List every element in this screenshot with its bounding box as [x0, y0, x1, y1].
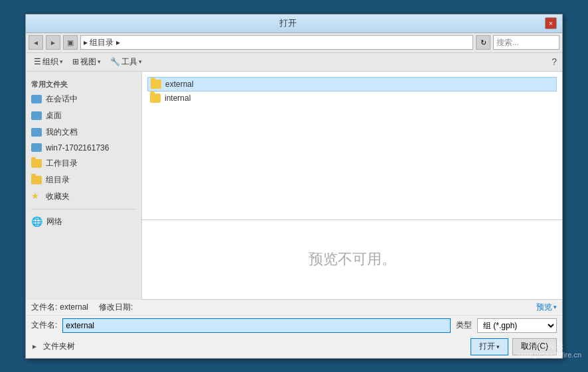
tools-icon: 🔧 [110, 57, 120, 66]
sidebar-item-mydocs[interactable]: 我的文档 [26, 124, 141, 141]
search-placeholder: 搜索... [496, 37, 519, 48]
computer-icon-2 [31, 111, 42, 120]
preview-panel: 预览不可用。 [142, 220, 562, 300]
modified-label: 修改日期: [99, 302, 133, 313]
forward-button[interactable]: ► [46, 35, 60, 50]
file-label-external: external [165, 80, 194, 89]
computer-icon [31, 95, 42, 103]
view-icon: ⊞ [72, 57, 79, 66]
refresh-button[interactable]: ↻ [476, 35, 490, 50]
sidebar-item-network[interactable]: 🌐 网络 [26, 214, 141, 230]
organize-icon: ☰ [34, 57, 41, 66]
file-list[interactable]: external internal [142, 72, 562, 220]
file-item-internal[interactable]: internal [147, 92, 557, 105]
sidebar-label-session: 在会话中 [46, 93, 78, 105]
filename-info-value: external [60, 302, 88, 312]
watermark-line2: www.proewildfire.cn [517, 351, 581, 359]
sidebar-item-computer[interactable]: win7-1702161736 [26, 141, 141, 155]
filename-input-row: 文件名: 类型 组 (*.gph) [26, 316, 562, 336]
dialog-title: 打开 [31, 17, 545, 29]
organize-button[interactable]: ☰ 组织 ▾ [31, 55, 66, 69]
organize-dropdown: ▾ [60, 58, 63, 65]
sidebar-label-groupdir: 组目录 [46, 174, 70, 186]
file-panel: external internal 预览不可用。 [142, 72, 562, 300]
watermark-line1: 质天论坛 [517, 341, 581, 351]
docs-icon [31, 128, 42, 137]
title-bar: 打开 × [26, 15, 562, 33]
filename-info-row: 文件名: external 修改日期: 预览 ▾ [26, 300, 562, 316]
preview-unavailable-text: 预览不可用。 [309, 249, 396, 269]
sidebar-label-computer: win7-1702161736 [46, 143, 109, 153]
main-content: 常用文件夹 在会话中 桌面 我的文档 win7-1702161736 工作目录 [26, 72, 562, 300]
folder-icon-external [151, 80, 161, 89]
filetype-label: 类型 [456, 320, 472, 331]
preview-link[interactable]: 预览 [536, 302, 552, 313]
toolbar: ☰ 组织 ▾ ⊞ 视图 ▾ 🔧 工具 ▾ ? [26, 53, 562, 72]
open-button[interactable]: 打开 ▾ [471, 338, 508, 355]
help-button[interactable]: ? [551, 56, 557, 67]
filename-info-label: 文件名: [31, 302, 57, 313]
filetype-select[interactable]: 组 (*.gph) [477, 318, 557, 333]
open-label: 打开 [479, 341, 495, 352]
view-dropdown: ▾ [98, 58, 101, 65]
address-bar: ◄ ► ▣ ▸ 组目录 ▸ ↻ 搜索... [26, 33, 562, 53]
computer-icon-3 [31, 143, 42, 152]
file-label-internal: internal [165, 93, 190, 103]
sidebar-divider [31, 209, 136, 210]
sidebar-label-favorites: 收藏夹 [46, 191, 70, 202]
address-path-text: ▸ 组目录 ▸ [84, 37, 120, 48]
view-button[interactable]: ⊞ 视图 ▾ [70, 55, 104, 69]
file-item-external[interactable]: external [147, 77, 557, 92]
file-tree-label: 文件夹树 [43, 341, 75, 352]
bottom-bar: 文件名: external 修改日期: 预览 ▾ 文件名: 类型 组 (*.gp… [26, 300, 562, 358]
view-label: 视图 [80, 56, 96, 68]
filename-label: 文件名: [31, 320, 57, 331]
sidebar-item-workdir[interactable]: 工作目录 [26, 155, 141, 172]
open-dialog: 打开 × ◄ ► ▣ ▸ 组目录 ▸ ↻ 搜索... ☰ 组织 ▾ ⊞ 视图 ▾ [25, 14, 563, 359]
sidebar-item-groupdir[interactable]: 组目录 [26, 172, 141, 188]
filename-input[interactable] [62, 318, 451, 333]
sidebar-label-mydocs: 我的文档 [46, 127, 78, 138]
sidebar-item-desktop[interactable]: 桌面 [26, 107, 141, 124]
toolbar-left: ☰ 组织 ▾ ⊞ 视图 ▾ 🔧 工具 ▾ [31, 55, 145, 69]
star-icon: ★ [31, 192, 42, 201]
sidebar: 常用文件夹 在会话中 桌面 我的文档 win7-1702161736 工作目录 [26, 72, 142, 300]
up-button[interactable]: ▣ [63, 35, 78, 50]
open-dropdown: ▾ [496, 343, 500, 350]
sidebar-label-network: 网络 [46, 216, 62, 227]
preview-dropdown[interactable]: ▾ [553, 304, 557, 310]
network-icon: 🌐 [31, 216, 42, 227]
sidebar-item-favorites[interactable]: ★ 收藏夹 [26, 188, 141, 205]
address-path[interactable]: ▸ 组目录 ▸ [80, 35, 473, 50]
close-button[interactable]: × [545, 17, 557, 29]
back-button[interactable]: ◄ [29, 35, 43, 50]
file-tree-toggle[interactable]: ► 文件夹树 [31, 341, 467, 352]
sidebar-label-desktop: 桌面 [46, 110, 62, 121]
file-tree-arrow: ► [31, 343, 38, 350]
tools-button[interactable]: 🔧 工具 ▾ [108, 55, 145, 69]
folder-icon-internal [150, 93, 161, 103]
sidebar-section-title: 常用文件夹 [26, 77, 141, 91]
watermark: 质天论坛 www.proewildfire.cn [517, 341, 581, 359]
folder-icon-groupdir [31, 176, 42, 184]
tools-label: 工具 [121, 56, 137, 68]
tools-dropdown: ▾ [139, 58, 142, 65]
organize-label: 组织 [42, 56, 58, 68]
action-row: ► 文件夹树 打开 ▾ 取消(C) [26, 336, 562, 358]
folder-icon-workdir [31, 159, 42, 168]
sidebar-item-session[interactable]: 在会话中 [26, 91, 141, 107]
search-box[interactable]: 搜索... [493, 35, 559, 50]
sidebar-label-workdir: 工作目录 [46, 158, 78, 169]
